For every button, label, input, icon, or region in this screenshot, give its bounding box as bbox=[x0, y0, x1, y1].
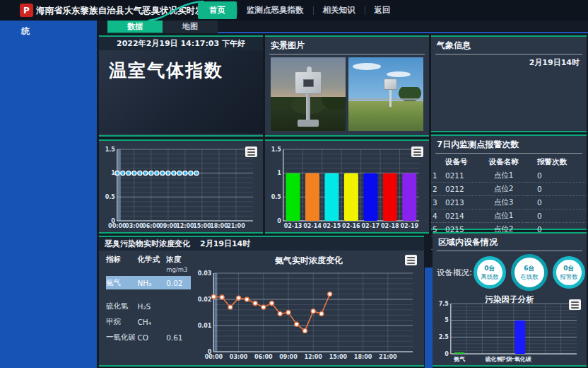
odor-row[interactable]: 甲烷CH₄ bbox=[106, 315, 191, 328]
photos-row bbox=[265, 54, 429, 131]
svg-text:02-15: 02-15 bbox=[323, 223, 341, 229]
svg-text:00:00: 00:00 bbox=[205, 354, 223, 360]
chart-menu-icon[interactable] bbox=[411, 146, 423, 157]
odor-panel-timestamp: 2月19日14时 bbox=[200, 238, 250, 249]
svg-text:0: 0 bbox=[277, 218, 281, 224]
svg-text:00:00: 00:00 bbox=[108, 223, 127, 229]
odor-panel-title: 恶臭污染物实时浓度变化 bbox=[105, 238, 190, 249]
svg-text:1: 1 bbox=[277, 170, 281, 176]
datetime-text: 2022年2月19日 14:17:03 下午好 bbox=[117, 38, 245, 49]
svg-text:02-13: 02-13 bbox=[284, 223, 302, 229]
alarm-panel-title: 7日内监测点报警次数 bbox=[431, 136, 587, 153]
svg-text:09:00: 09:00 bbox=[159, 223, 177, 229]
table-row: 40214点位10 bbox=[431, 209, 587, 223]
odor-table: 指标 化学式 浓度 mg/m3 氨气NH₃0.02硫化氢H₂S甲烷CH₄一氧化碳… bbox=[99, 251, 194, 364]
svg-text:7.5: 7.5 bbox=[439, 301, 449, 307]
svg-text:15:00: 15:00 bbox=[193, 223, 211, 229]
svg-text:12:00: 12:00 bbox=[176, 223, 194, 229]
nav-item[interactable]: 监测点恶臭指数 bbox=[237, 2, 313, 18]
chart-menu-icon[interactable] bbox=[245, 146, 257, 157]
greenhouse-line-chart: 00.511.500:0003:0006:0009:0012:0015:0018… bbox=[102, 144, 260, 230]
panel-regional-devices: 区域内设备情况 设备概况: 0台离线数6台在线数0台报警数 污染因子分析 02.… bbox=[433, 232, 587, 367]
svg-text:2.5: 2.5 bbox=[439, 334, 449, 340]
svg-text:03:00: 03:00 bbox=[230, 354, 248, 360]
dashboard-root: P 海南省乐东黎族自治县大气恶臭状况实时发布系 首页监测点恶臭指数相关知识返回 … bbox=[0, 0, 588, 368]
monitoring-station-photo-dusk bbox=[271, 57, 346, 131]
svg-text:15:00: 15:00 bbox=[329, 354, 348, 360]
odor-panel-header: 恶臭污染物实时浓度变化 2月19日14时 bbox=[99, 237, 424, 251]
device-stat-circles: 0台离线数6台在线数0台报警数 bbox=[474, 254, 585, 291]
table-row: 30213点位30 bbox=[431, 196, 587, 209]
datetime-bar: 2022年2月19日 14:17:03 下午好 bbox=[99, 37, 263, 50]
svg-text:0.5: 0.5 bbox=[105, 194, 116, 200]
pollution-factor-bar-chart: 02.557.5氨气硫化氢甲烷一氧化碳 bbox=[435, 298, 584, 363]
panel-weather-info: 气象信息 2月19日14时 bbox=[431, 35, 587, 132]
svg-text:18:00: 18:00 bbox=[354, 354, 372, 360]
daily-bar-chart: 00.511.502-1302-1402-1502-1602-1702-1802… bbox=[268, 144, 426, 230]
odor-body: 指标 化学式 浓度 mg/m3 氨气NH₃0.02硫化氢H₂S甲烷CH₄一氧化碳… bbox=[99, 251, 424, 364]
panel-odor-pollutants: 恶臭污染物实时浓度变化 2月19日14时 指标 化学式 浓度 mg/m3 氨气N… bbox=[99, 236, 424, 367]
svg-text:03:00: 03:00 bbox=[125, 223, 143, 229]
svg-text:02-19: 02-19 bbox=[400, 223, 418, 229]
monitoring-station-photo-field bbox=[348, 57, 423, 131]
svg-text:02-14: 02-14 bbox=[303, 223, 322, 229]
odor-row[interactable]: 一氧化碳CO0.61 bbox=[106, 330, 191, 344]
sidebar-title-overflow: 统 bbox=[21, 25, 30, 38]
odor-row[interactable]: 氨气NH₃0.02 bbox=[106, 276, 191, 289]
weather-timestamp: 2月19日14时 bbox=[431, 54, 587, 68]
svg-text:02-18: 02-18 bbox=[381, 223, 399, 229]
app-logo-icon: P bbox=[20, 4, 33, 17]
devices-panel-title: 区域内设备情况 bbox=[433, 234, 587, 251]
svg-text:21:00: 21:00 bbox=[227, 223, 245, 229]
svg-text:5: 5 bbox=[445, 317, 449, 323]
odor-chart-area: 氨气实时浓度变化 00.010.020.0300:0003:0006:0009:… bbox=[194, 251, 424, 364]
tab-active[interactable]: 数据 bbox=[107, 21, 163, 33]
svg-text:0.01: 0.01 bbox=[198, 323, 212, 329]
main-nav: 首页监测点恶臭指数相关知识返回 bbox=[198, 0, 400, 21]
nav-item[interactable]: 返回 bbox=[365, 2, 400, 18]
svg-text:02-17: 02-17 bbox=[362, 223, 380, 229]
svg-text:1.5: 1.5 bbox=[271, 146, 282, 153]
nav-item[interactable]: 相关知识 bbox=[314, 2, 365, 18]
view-tabbar: 数据地图 bbox=[97, 21, 588, 33]
device-overview-row: 设备概况: 0台离线数6台在线数0台报警数 bbox=[433, 251, 587, 292]
background-blue-strip bbox=[425, 268, 433, 368]
device-stat-circle: 0台离线数 bbox=[474, 256, 506, 289]
nh3-line-chart: 00.010.020.0300:0003:0006:0009:0012:0015… bbox=[195, 268, 420, 361]
device-overview-label: 设备概况: bbox=[437, 268, 474, 278]
svg-text:12:00: 12:00 bbox=[304, 354, 322, 360]
svg-text:21:00: 21:00 bbox=[379, 354, 397, 360]
svg-text:一氧化碳: 一氧化碳 bbox=[509, 356, 532, 362]
device-stat-circle: 0台报警数 bbox=[553, 256, 585, 289]
panel-live-photos: 实景图片 bbox=[265, 35, 429, 137]
title-divider bbox=[435, 153, 582, 154]
table-row: 10211点位10 bbox=[431, 169, 587, 183]
svg-text:02-16: 02-16 bbox=[342, 223, 360, 229]
svg-text:氨气: 氨气 bbox=[453, 356, 465, 362]
nav-item[interactable]: 首页 bbox=[198, 1, 237, 19]
top-navbar: P 海南省乐东黎族自治县大气恶臭状况实时发布系 首页监测点恶臭指数相关知识返回 bbox=[0, 0, 588, 21]
svg-text:1.5: 1.5 bbox=[105, 146, 116, 153]
left-sidebar: 统 bbox=[0, 21, 97, 368]
panel-greenhouse-index: 2022年2月19日 14:17:03 下午好 温室气体指数 bbox=[99, 35, 263, 137]
alarm-table-header: 设备号 设备名称 报警次数 bbox=[431, 155, 587, 169]
weather-title: 气象信息 bbox=[431, 37, 587, 54]
svg-text:0.5: 0.5 bbox=[271, 194, 282, 200]
tab-inactive[interactable]: 地图 bbox=[163, 21, 218, 33]
nh3-chart-title: 氨气实时浓度变化 bbox=[194, 251, 424, 267]
panel-alarm-counts: 7日内监测点报警次数 设备号 设备名称 报警次数 10211点位1020212点… bbox=[431, 134, 587, 230]
device-stat-circle: 6台在线数 bbox=[511, 254, 548, 291]
svg-text:0.02: 0.02 bbox=[198, 297, 212, 303]
chart-menu-icon[interactable] bbox=[569, 299, 581, 310]
chart-menu-icon[interactable] bbox=[405, 255, 417, 265]
svg-text:09:00: 09:00 bbox=[279, 354, 298, 360]
odor-row[interactable]: 硫化氢H₂S bbox=[106, 299, 191, 313]
svg-text:0.03: 0.03 bbox=[198, 270, 212, 277]
panel-daily-bar-chart: 00.511.502-1302-1402-1502-1602-1702-1802… bbox=[265, 139, 429, 234]
svg-text:硫化氢: 硫化氢 bbox=[484, 356, 502, 362]
svg-text:06:00: 06:00 bbox=[142, 223, 160, 229]
svg-text:18:00: 18:00 bbox=[210, 223, 228, 229]
svg-text:06:00: 06:00 bbox=[254, 354, 273, 360]
table-row: 20212点位20 bbox=[431, 183, 587, 196]
live-photos-title: 实景图片 bbox=[265, 37, 429, 54]
